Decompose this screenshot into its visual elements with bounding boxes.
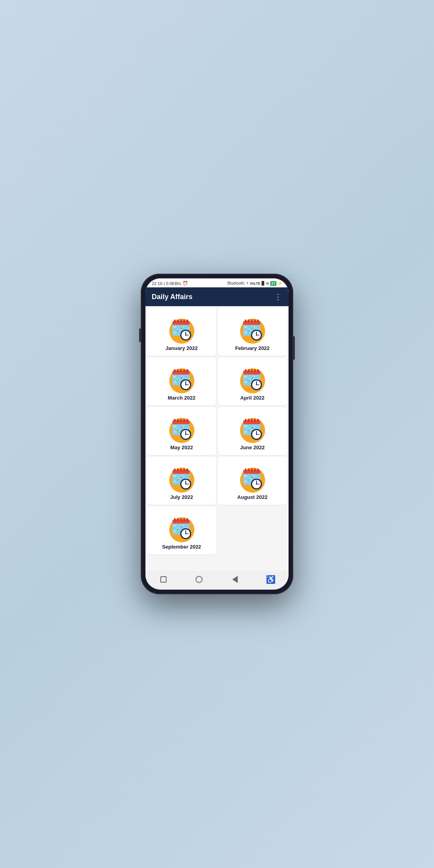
more-options-button[interactable]: ⋮ — [274, 292, 282, 301]
status-time: 22:16 | 0.0KB/s — [152, 281, 181, 286]
svg-rect-113 — [180, 419, 182, 422]
month-card-september-2022[interactable]: ✓✓September 2022 — [147, 506, 216, 554]
svg-rect-3 — [174, 319, 176, 323]
month-card-march-2022[interactable]: ✓✓March 2022 — [147, 357, 216, 405]
svg-rect-70 — [173, 381, 176, 383]
svg-rect-221 — [180, 518, 182, 521]
svg-rect-89 — [244, 376, 247, 378]
svg-rect-201 — [244, 478, 247, 480]
month-card-august-2022[interactable]: ✓✓August 2022 — [218, 457, 287, 505]
svg-rect-12 — [173, 329, 176, 331]
svg-point-242 — [185, 533, 186, 534]
svg-rect-34 — [257, 319, 259, 323]
svg-text:✓: ✓ — [176, 378, 179, 382]
svg-rect-197 — [244, 475, 247, 477]
svg-rect-65 — [185, 376, 188, 378]
svg-rect-111 — [174, 419, 176, 422]
svg-text:✓: ✓ — [180, 375, 183, 380]
svg-rect-9 — [177, 326, 180, 328]
svg-rect-16 — [173, 332, 176, 334]
svg-rect-124 — [173, 431, 176, 433]
recent-apps-button[interactable] — [158, 574, 169, 585]
svg-point-53 — [256, 335, 257, 336]
svg-rect-205 — [244, 481, 247, 482]
network-type: VoLTE — [250, 282, 260, 285]
svg-point-26 — [185, 335, 186, 336]
svg-rect-97 — [244, 381, 247, 383]
svg-rect-200 — [256, 475, 259, 477]
accessibility-button[interactable]: ♿ — [265, 574, 276, 585]
svg-rect-61 — [187, 369, 188, 372]
svg-rect-222 — [183, 518, 185, 521]
app-title: Daily Affairs — [152, 293, 192, 301]
svg-rect-33 — [254, 319, 256, 323]
month-label: March 2022 — [168, 395, 195, 401]
svg-rect-223 — [187, 518, 188, 521]
svg-rect-196 — [257, 468, 259, 472]
status-left: 22:16 | 0.0KB/s ⏰ — [152, 281, 188, 286]
calendar-clock-icon: ✓✓ — [166, 364, 197, 395]
accessibility-icon: ♿ — [266, 575, 276, 584]
svg-rect-66 — [173, 378, 176, 380]
month-card-january-2022[interactable]: ✓✓January 2022 — [147, 308, 216, 356]
svg-text:✓: ✓ — [247, 378, 250, 382]
svg-rect-58 — [177, 369, 179, 372]
month-label: August 2022 — [237, 494, 267, 500]
svg-rect-57 — [174, 369, 176, 372]
svg-rect-60 — [183, 369, 185, 372]
svg-rect-62 — [173, 376, 176, 378]
svg-text:✓: ✓ — [176, 477, 179, 482]
svg-rect-167 — [180, 468, 182, 472]
svg-rect-225 — [177, 525, 180, 527]
svg-rect-141 — [254, 419, 256, 422]
month-card-july-2022[interactable]: ✓✓July 2022 — [147, 457, 216, 505]
month-card-april-2022[interactable]: ✓✓April 2022 — [218, 357, 287, 405]
svg-rect-224 — [173, 525, 176, 527]
svg-rect-220 — [177, 518, 179, 521]
svg-rect-193 — [248, 468, 249, 472]
month-card-june-2022[interactable]: ✓✓June 2022 — [218, 407, 287, 455]
calendar-clock-icon: ✓✓ — [166, 463, 197, 494]
month-card-may-2022[interactable]: ✓✓May 2022 — [147, 407, 216, 455]
month-label: June 2022 — [240, 445, 265, 450]
svg-text:✓: ✓ — [251, 375, 254, 380]
calendar-clock-icon: ✓✓ — [166, 314, 197, 345]
months-grid-container[interactable]: ✓✓January 2022✓✓February 2022✓✓March 202… — [145, 306, 289, 571]
svg-rect-192 — [245, 468, 246, 472]
svg-rect-147 — [244, 428, 247, 430]
phone-device: 22:16 | 0.0KB/s ⏰ Bluetooth; ‣ VoLTE ▉ ⊕… — [141, 274, 293, 594]
svg-rect-35 — [244, 326, 247, 328]
svg-rect-112 — [177, 419, 179, 422]
month-label: September 2022 — [162, 544, 201, 550]
svg-rect-31 — [248, 319, 249, 323]
home-button[interactable] — [194, 574, 204, 585]
svg-point-134 — [185, 434, 186, 435]
svg-text:✓: ✓ — [251, 475, 254, 479]
svg-rect-32 — [251, 319, 253, 323]
month-label: February 2022 — [235, 345, 269, 351]
svg-rect-228 — [173, 527, 176, 529]
charging-icon: ⚡ — [278, 281, 282, 285]
svg-rect-39 — [244, 329, 247, 331]
svg-text:✓: ✓ — [176, 328, 179, 333]
battery-indicator: 27 — [270, 281, 276, 286]
back-button[interactable] — [230, 574, 240, 585]
svg-rect-43 — [244, 332, 247, 334]
svg-rect-11 — [185, 326, 188, 328]
svg-rect-92 — [256, 376, 259, 378]
svg-text:✓: ✓ — [180, 326, 183, 330]
svg-point-80 — [185, 384, 186, 386]
svg-rect-59 — [180, 369, 182, 372]
svg-rect-6 — [183, 319, 185, 323]
svg-rect-143 — [244, 425, 247, 427]
svg-text:✓: ✓ — [247, 477, 250, 482]
navigation-bar: ♿ — [145, 571, 289, 590]
calendar-clock-icon: ✓✓ — [166, 413, 197, 445]
month-card-february-2022[interactable]: ✓✓February 2022 — [218, 308, 287, 356]
svg-rect-174 — [173, 478, 176, 480]
svg-rect-8 — [173, 326, 176, 328]
svg-rect-88 — [257, 369, 259, 372]
svg-rect-115 — [187, 419, 188, 422]
svg-rect-5 — [180, 319, 182, 323]
svg-rect-198 — [248, 475, 251, 477]
